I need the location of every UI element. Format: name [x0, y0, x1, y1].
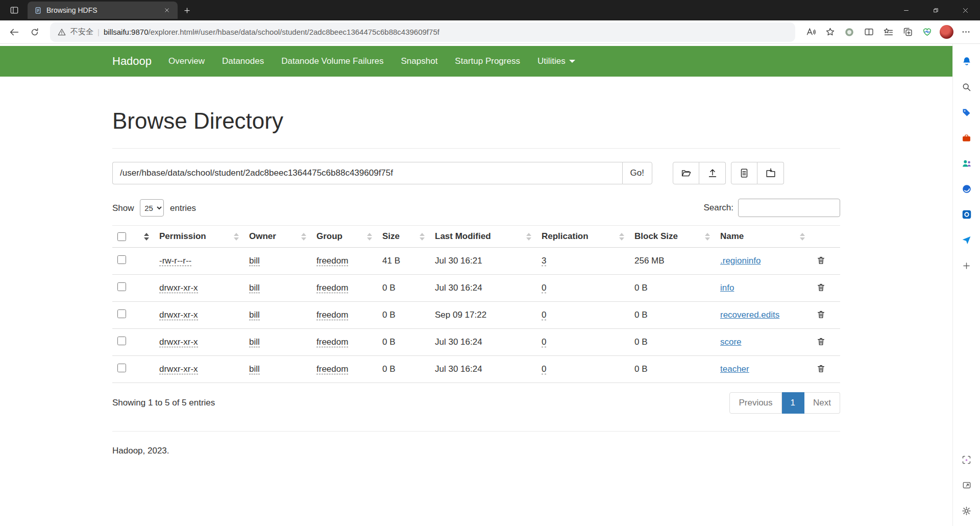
row-checkbox[interactable] — [117, 364, 126, 372]
header-last-modified[interactable]: Last Modified — [430, 226, 536, 248]
row-checkbox[interactable] — [117, 255, 126, 264]
owner-cell[interactable]: bill — [249, 337, 260, 347]
replication-cell[interactable]: 0 — [542, 364, 546, 374]
header-group[interactable]: Group — [311, 226, 377, 248]
header-replication[interactable]: Replication — [536, 226, 629, 248]
file-name-link[interactable]: score — [720, 337, 742, 347]
refresh-button[interactable] — [26, 24, 44, 40]
pagination-previous[interactable]: Previous — [729, 392, 781, 414]
owner-cell[interactable]: bill — [249, 256, 260, 266]
block-size-cell: 0 B — [629, 275, 715, 302]
search-input[interactable] — [738, 199, 840, 217]
header-size[interactable]: Size — [377, 226, 430, 248]
nav-startup-progress[interactable]: Startup Progress — [446, 46, 529, 77]
favorite-button[interactable] — [821, 24, 839, 40]
customize-sidebar-button[interactable] — [957, 255, 977, 276]
permission-cell[interactable]: drwxr-xr-x — [159, 364, 198, 374]
browser-essentials-button[interactable] — [918, 24, 936, 40]
sidebar-search-button[interactable] — [957, 77, 977, 97]
read-aloud-button[interactable] — [801, 24, 820, 40]
delete-button[interactable] — [815, 281, 827, 293]
restore-button[interactable] — [921, 0, 950, 20]
m365-toolbox-button[interactable] — [957, 128, 977, 148]
go-button[interactable]: Go! — [622, 162, 652, 184]
microsoft365-button[interactable] — [957, 179, 977, 199]
delete-button[interactable] — [815, 336, 827, 347]
group-cell[interactable]: freedom — [316, 256, 348, 266]
group-cell[interactable]: freedom — [316, 310, 348, 320]
nav-datanode-volume-failures[interactable]: Datanode Volume Failures — [273, 46, 392, 77]
navbar-brand[interactable]: Hadoop — [112, 55, 152, 68]
permission-cell[interactable]: drwxr-xr-x — [159, 337, 198, 347]
directory-path-input[interactable] — [112, 162, 622, 184]
file-name-link[interactable]: teacher — [720, 364, 749, 374]
row-checkbox[interactable] — [117, 282, 126, 291]
notifications-button[interactable] — [957, 51, 977, 71]
tab-close-button[interactable] — [160, 4, 174, 16]
browser-tab[interactable]: Browsing HDFS — [28, 2, 178, 19]
nav-overview[interactable]: Overview — [160, 46, 213, 77]
directory-actions-group — [673, 162, 726, 184]
new-tab-button[interactable] — [178, 2, 196, 18]
group-cell[interactable]: freedom — [316, 364, 348, 374]
permission-cell[interactable]: -rw-r--r-- — [159, 256, 191, 266]
nav-snapshot[interactable]: Snapshot — [393, 46, 447, 77]
outlook-button[interactable] — [957, 204, 977, 225]
nav-utilities-dropdown[interactable]: Utilities — [529, 46, 584, 77]
drop-button[interactable] — [957, 230, 977, 250]
create-directory-button[interactable] — [673, 162, 699, 184]
group-cell[interactable]: freedom — [316, 283, 348, 293]
settings-more-button[interactable] — [957, 24, 975, 40]
delete-button[interactable] — [815, 254, 827, 266]
page-viewport: Hadoop Overview Datanodes Datanode Volum… — [0, 44, 952, 526]
file-name-link[interactable]: info — [720, 283, 734, 293]
file-name-link[interactable]: recovered.edits — [720, 310, 779, 320]
row-checkbox[interactable] — [117, 337, 126, 345]
page-size-select[interactable]: 25 — [140, 199, 164, 217]
people-button[interactable] — [957, 153, 977, 174]
group-cell[interactable]: freedom — [316, 337, 348, 347]
owner-cell[interactable]: bill — [249, 364, 260, 374]
minimize-button[interactable] — [891, 0, 921, 20]
permission-cell[interactable]: drwxr-xr-x — [159, 310, 198, 320]
close-window-button[interactable] — [950, 0, 980, 20]
row-checkbox[interactable] — [117, 309, 126, 318]
open-in-browser-button[interactable] — [957, 475, 977, 495]
back-button[interactable] — [5, 24, 23, 40]
upload-files-button[interactable] — [699, 162, 726, 184]
header-owner[interactable]: Owner — [244, 226, 311, 248]
collections-button[interactable] — [898, 24, 917, 40]
split-screen-button[interactable] — [860, 24, 878, 40]
pagination-page-1[interactable]: 1 — [782, 392, 804, 414]
replication-cell[interactable]: 0 — [542, 283, 546, 293]
delete-button[interactable] — [815, 363, 827, 374]
owner-cell[interactable]: bill — [249, 310, 260, 320]
cut-files-button[interactable] — [731, 162, 757, 184]
sidebar-settings-button[interactable] — [957, 500, 977, 521]
trash-icon — [816, 255, 826, 265]
favorites-hub-button[interactable] — [879, 24, 897, 40]
file-name-link[interactable]: .regioninfo — [720, 256, 761, 266]
extension-button[interactable] — [840, 24, 859, 40]
nav-datanodes[interactable]: Datanodes — [213, 46, 273, 77]
shopping-button[interactable] — [957, 102, 977, 123]
profile-button[interactable] — [937, 24, 955, 40]
header-block-size[interactable]: Block Size — [629, 226, 715, 248]
replication-cell[interactable]: 3 — [542, 256, 546, 266]
paste-files-button[interactable] — [757, 162, 784, 184]
header-select[interactable] — [112, 226, 154, 248]
replication-cell[interactable]: 0 — [542, 310, 546, 320]
file-table: Permission Owner Group Size Last Modifie… — [112, 225, 840, 383]
replication-cell[interactable]: 0 — [542, 337, 546, 347]
header-name[interactable]: Name — [715, 226, 810, 248]
url-field[interactable]: 不安全 | billsaifu:9870/explorer.html#/user… — [50, 22, 795, 42]
owner-cell[interactable]: bill — [249, 283, 260, 293]
header-permission[interactable]: Permission — [154, 226, 244, 248]
delete-button[interactable] — [815, 308, 827, 320]
screenshot-tool-button[interactable] — [957, 449, 977, 470]
security-label[interactable]: 不安全 — [70, 27, 93, 37]
pagination-next[interactable]: Next — [804, 392, 840, 414]
permission-cell[interactable]: drwxr-xr-x — [159, 283, 198, 293]
select-all-checkbox[interactable] — [117, 232, 126, 241]
tab-actions-button[interactable] — [5, 2, 23, 18]
